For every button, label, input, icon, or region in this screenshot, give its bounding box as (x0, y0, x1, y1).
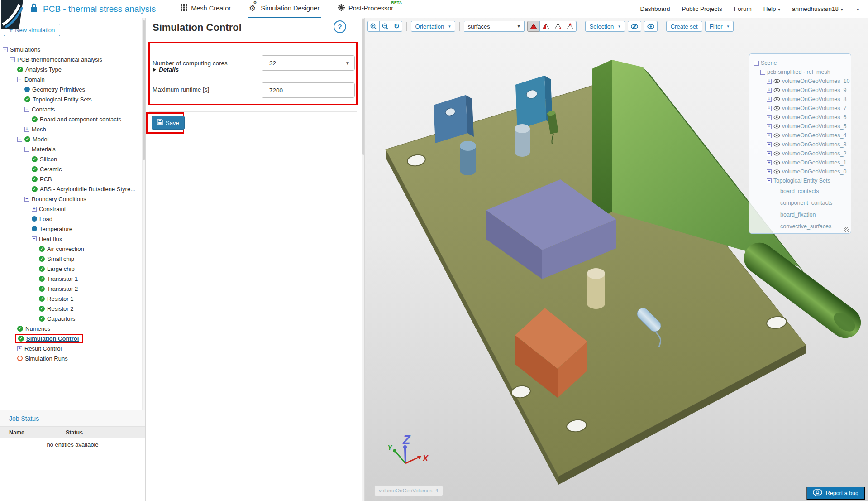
refresh-icon[interactable]: ↻ (391, 21, 402, 32)
tab-post-processor[interactable]: Post-Processor BETA (336, 0, 395, 18)
scene-item-volumeongeovolumes-0[interactable]: +volumeOnGeoVolumes_0 (751, 167, 851, 176)
scene-item-volumeongeovolumes-10[interactable]: +volumeOnGeoVolumes_10 (751, 77, 851, 86)
visibility-eye-icon[interactable] (773, 124, 780, 129)
help-button[interactable]: ? (334, 20, 346, 33)
3d-viewport[interactable]: ↻ Orientation▾ surfaces ▼ Sel (365, 18, 868, 501)
tree-item-pcb-thermomechanical-analysis[interactable]: −PCB-thermomechanical analysis (0, 54, 141, 64)
visibility-eye-icon[interactable] (773, 142, 780, 147)
expand-icon[interactable]: + (767, 124, 772, 129)
pick-volumes-button[interactable] (527, 21, 540, 32)
visibility-eye-icon[interactable] (773, 160, 780, 165)
tree-item-contacts[interactable]: −Contacts (0, 104, 141, 114)
tree-item-temperature[interactable]: Temperature (0, 224, 141, 234)
tree-item-mesh[interactable]: +Mesh (0, 124, 141, 134)
tree-item-result-control[interactable]: +Result Control (0, 343, 141, 353)
scene-item-board-contacts[interactable]: board_contacts (751, 185, 851, 197)
tree-item-small-chip[interactable]: ✓Small chip (0, 254, 141, 264)
tree-item-numerics[interactable]: ✓Numerics (0, 323, 141, 333)
panel-splitter[interactable] (362, 18, 365, 501)
tree-item-simulation-runs[interactable]: Simulation Runs (0, 353, 141, 363)
cores-select[interactable]: 32 ▼ (262, 55, 355, 71)
details-toggle[interactable]: Details (153, 66, 179, 73)
expand-icon[interactable]: + (767, 169, 772, 174)
tree-item-load[interactable]: Load (0, 214, 141, 224)
tree-item-heat-flux[interactable]: −Heat flux (0, 234, 141, 244)
scene-item-component-contacts[interactable]: component_contacts (751, 197, 851, 209)
tree-item-boundary-conditions[interactable]: −Boundary Conditions (0, 194, 141, 204)
surfaces-select[interactable]: surfaces ▼ (464, 21, 525, 32)
save-button[interactable]: Save (152, 116, 185, 130)
expand-icon[interactable]: + (767, 160, 772, 165)
scene-item-volumeongeovolumes-1[interactable]: +volumeOnGeoVolumes_1 (751, 158, 851, 167)
scene-item-volumeongeovolumes-8[interactable]: +volumeOnGeoVolumes_8 (751, 95, 851, 104)
visibility-eye-icon[interactable] (773, 88, 780, 92)
show-selection-button[interactable] (644, 21, 658, 32)
sidebar-scrollbar[interactable] (142, 18, 145, 410)
runtime-input[interactable]: 7200 (262, 82, 355, 98)
collapse-icon[interactable]: − (17, 77, 22, 82)
expand-icon[interactable]: + (767, 88, 772, 93)
zoom-in-button[interactable] (367, 21, 380, 32)
zoom-out-button[interactable] (379, 21, 391, 32)
create-set-button[interactable]: Create set (666, 21, 702, 32)
report-bug-button[interactable]: Report a bug (806, 487, 865, 500)
collapse-icon[interactable]: − (3, 47, 8, 52)
scene-item-volumeongeovolumes-9[interactable]: +volumeOnGeoVolumes_9 (751, 86, 851, 95)
collapse-icon[interactable]: − (17, 137, 22, 142)
visibility-eye-icon[interactable] (773, 133, 780, 138)
scene-item-board-fixation[interactable]: board_fixation (751, 209, 851, 221)
app-logo[interactable] (0, 0, 24, 30)
visibility-eye-icon[interactable] (773, 169, 780, 174)
hide-selection-button[interactable] (628, 21, 641, 32)
tree-item-model[interactable]: −✓Model (0, 134, 141, 144)
tree-item-resistor-1[interactable]: ✓Resistor 1 (0, 294, 141, 303)
nav-forum[interactable]: Forum (734, 5, 752, 12)
collapse-icon[interactable]: − (24, 197, 29, 202)
visibility-eye-icon[interactable] (773, 115, 780, 120)
tree-item-simulations[interactable]: −Simulations (0, 44, 141, 54)
expand-icon[interactable]: + (767, 115, 772, 120)
collapse-icon[interactable]: − (760, 70, 765, 75)
scene-item-topological-entity-sets[interactable]: −Topological Entity Sets (751, 176, 851, 185)
expand-icon[interactable]: + (17, 346, 22, 351)
visibility-eye-icon[interactable] (773, 97, 780, 101)
scene-item-volumeongeovolumes-6[interactable]: +volumeOnGeoVolumes_6 (751, 113, 851, 122)
expand-icon[interactable]: + (767, 97, 772, 102)
tree-item-analysis-type[interactable]: ✓Analysis Type (0, 64, 141, 74)
orientation-dropdown[interactable]: Orientation▾ (411, 21, 455, 32)
expand-icon[interactable]: + (767, 151, 772, 156)
nav-help-menu[interactable]: Help▾ (763, 5, 780, 12)
tree-item-domain[interactable]: −Domain (0, 74, 141, 84)
tab-simulation-designer[interactable]: ⚙⚙ Simulation Designer (248, 0, 321, 18)
nav-public-projects[interactable]: Public Projects (682, 5, 722, 12)
scene-item-convective-surfaces[interactable]: convective_surfaces (751, 221, 851, 232)
tree-item-silicon[interactable]: ✓Silicon (0, 154, 141, 164)
panel-resize-handle[interactable] (844, 227, 849, 232)
tree-item-board-and-component-contacts[interactable]: ✓Board and component contacts (0, 114, 141, 124)
scene-item-volumeongeovolumes-7[interactable]: +volumeOnGeoVolumes_7 (751, 104, 851, 113)
nav-extra-menu[interactable]: ▾ (854, 5, 859, 12)
tree-item-transistor-1[interactable]: ✓Transistor 1 (0, 274, 141, 284)
tree-item-pcb[interactable]: ✓PCB (0, 174, 141, 184)
visibility-eye-icon[interactable] (773, 151, 780, 156)
collapse-icon[interactable]: − (32, 236, 37, 241)
selection-dropdown[interactable]: Selection▾ (585, 21, 625, 32)
tree-item-capacitors[interactable]: ✓Capacitors (0, 313, 141, 323)
collapse-icon[interactable]: − (767, 178, 772, 183)
expand-icon[interactable]: + (767, 79, 772, 84)
nav-dashboard[interactable]: Dashboard (640, 5, 670, 12)
visibility-eye-icon[interactable] (773, 79, 780, 83)
collapse-icon[interactable]: − (754, 61, 759, 66)
pick-nodes-button[interactable] (564, 21, 577, 32)
collapse-icon[interactable]: − (10, 57, 15, 62)
tree-item-ceramic[interactable]: ✓Ceramic (0, 164, 141, 174)
scene-item-volumeongeovolumes-2[interactable]: +volumeOnGeoVolumes_2 (751, 149, 851, 158)
collapse-icon[interactable]: − (24, 107, 29, 112)
expand-icon[interactable]: + (767, 133, 772, 138)
tree-item-large-chip[interactable]: ✓Large chip (0, 264, 141, 274)
tree-item-simulation-control[interactable]: ✓Simulation Control (0, 333, 141, 343)
filter-dropdown[interactable]: Filter▾ (705, 21, 734, 32)
tree-item-transistor-2[interactable]: ✓Transistor 2 (0, 284, 141, 294)
expand-icon[interactable]: + (32, 207, 37, 212)
expand-icon[interactable]: + (767, 106, 772, 111)
